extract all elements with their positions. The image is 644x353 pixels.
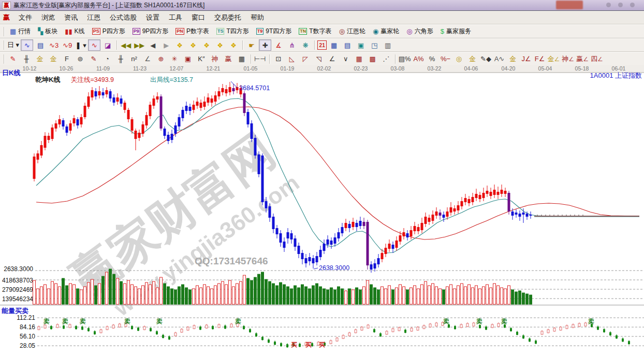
gold-line-icon[interactable]: 金 — [466, 53, 479, 65]
toolbar-item-t-table[interactable]: TNT数字表 — [295, 27, 335, 36]
toolbar-item-winner-service[interactable]: $赢家服务 — [437, 27, 475, 36]
diamond-right-icon[interactable]: ❖ — [187, 39, 199, 51]
diamond-x-icon[interactable]: ❖ — [214, 39, 226, 51]
k-note-icon[interactable]: K″ — [195, 53, 208, 65]
crosshair-tool-icon[interactable]: ✚ — [259, 39, 271, 51]
gold-grid2-icon[interactable]: 金 — [47, 53, 60, 65]
toolbar-item-gann-wheel[interactable]: ◎江恩轮 — [335, 27, 369, 36]
menu-item-help[interactable]: 帮助 — [246, 11, 269, 24]
percent-table-icon[interactable]: ▤% — [398, 53, 412, 65]
circle-plus-icon[interactable]: ⊕ — [155, 53, 167, 65]
wave-red-icon[interactable]: ∿ — [88, 39, 100, 51]
pen-diamond-icon[interactable]: ✎◆ — [480, 53, 492, 65]
fan-ll-icon[interactable]: ◺ — [286, 53, 298, 65]
note-icon[interactable]: ▤ — [34, 39, 47, 51]
menu-item-view[interactable]: 浏览 — [37, 11, 60, 24]
clock-circle-icon[interactable]: ◔ — [101, 53, 113, 65]
distribution-icon[interactable]: ◪ — [101, 39, 114, 51]
f-grid-icon[interactable]: F — [61, 53, 73, 65]
shen-grid-icon[interactable]: 神 — [209, 53, 221, 65]
si-angle-icon[interactable]: 四∠ — [590, 53, 604, 65]
box-tool-icon[interactable]: ⊡ — [272, 53, 285, 65]
num-grid-icon[interactable]: ▦ — [236, 53, 248, 65]
menu-item-formula-pick[interactable]: 公式选股 — [105, 11, 141, 24]
web-doc-icon[interactable]: ◳ — [368, 39, 380, 51]
gold-angle-icon[interactable]: 金∠ — [547, 53, 561, 65]
window-controls[interactable] — [606, 3, 635, 7]
n-square-icon[interactable]: n² — [128, 53, 140, 65]
wave-3-icon[interactable]: ∿3 — [48, 39, 60, 51]
step-prev-icon[interactable]: ◀ — [147, 39, 159, 51]
toolbar-item-quotes[interactable]: ▦行情 — [6, 27, 34, 36]
star-icon[interactable]: ✳ — [168, 53, 181, 65]
pen-red-icon[interactable]: ✎ — [87, 53, 100, 65]
percent-icon[interactable]: % — [426, 53, 438, 65]
angle-lines-icon[interactable]: ∠ — [326, 53, 339, 65]
gold-circle-icon[interactable]: ◎ — [453, 53, 465, 65]
single-candle-icon[interactable]: ❚ ▾ — [75, 39, 87, 51]
shen-angle-icon[interactable]: 神∠ — [561, 53, 575, 65]
jump-start-icon[interactable]: ◀◀ — [120, 39, 132, 51]
diamond-left-icon[interactable]: ❖ — [173, 39, 186, 51]
fan-box-icon[interactable]: ◸ — [299, 53, 312, 65]
toolbar-item-winner-wheel[interactable]: ◉赢家轮 — [369, 27, 403, 36]
fan-box2-icon[interactable]: ◹ — [313, 53, 325, 65]
toolbar-item-p-table[interactable]: PNP数字表 — [172, 27, 213, 36]
hand-tool-icon[interactable]: ☛ — [245, 39, 258, 51]
toolbar-item-hexagon[interactable]: ◎六角形 — [403, 27, 436, 36]
calculator-icon[interactable]: ▦ — [328, 39, 340, 51]
menu-item-tools[interactable]: 工具 — [164, 11, 187, 24]
wave-line-icon[interactable]: A∿ — [493, 53, 506, 65]
menu-item-gann[interactable]: 江恩 — [82, 11, 105, 24]
chart-area[interactable]: 10-1210-2611-0911-2312-0712-2101-0501-19… — [0, 65, 644, 353]
win-grid-icon[interactable]: 赢 — [222, 53, 235, 65]
menu-item-settings[interactable]: 设置 — [141, 11, 164, 24]
puzzle-tool-icon[interactable]: ❋ — [299, 39, 312, 51]
diamond-cross-icon[interactable]: ❖ — [227, 39, 240, 51]
grid-icon[interactable]: ╫ — [20, 53, 33, 65]
menu-item-file[interactable]: 文件 — [14, 11, 37, 24]
pen-icon[interactable]: ✎ — [7, 53, 19, 65]
toolbar-item-9p-square[interactable]: P99P四方形 — [129, 27, 172, 36]
toolbar-item-9t-square[interactable]: T99T四方形 — [253, 27, 296, 36]
f-angle-icon[interactable]: F∠ — [534, 53, 546, 65]
mirror-angle-icon[interactable]: ∠ — [141, 53, 154, 65]
gold-underline-icon[interactable]: 金 — [507, 53, 519, 65]
titlebar-ad[interactable] — [556, 1, 583, 9]
gold-grid-icon[interactable]: 金 — [34, 53, 46, 65]
period-day-icon[interactable]: 日 ▾ — [7, 39, 20, 51]
wave-9-icon[interactable]: ∿9 — [61, 39, 74, 51]
step-next-icon[interactable]: ▶ — [160, 39, 172, 51]
calendar-icon[interactable]: 21 — [317, 40, 327, 50]
percent-line-icon[interactable]: %− — [440, 53, 452, 65]
j-angle-icon[interactable]: J∠ — [520, 53, 533, 65]
spiral-icon[interactable]: ⊚ — [74, 53, 86, 65]
jump-end-icon[interactable]: ▶▶ — [133, 39, 145, 51]
menu-item-window[interactable]: 窗口 — [187, 11, 210, 24]
menu-item-trade[interactable]: 交易委托 — [210, 11, 246, 24]
span-tool-icon[interactable]: ⊢⊣ — [254, 53, 267, 65]
grid2-icon[interactable]: ╫ — [114, 53, 127, 65]
menu-item-news[interactable]: 资讯 — [60, 11, 82, 24]
square-spiral-icon[interactable]: ▣ — [182, 53, 194, 65]
percent-a-icon[interactable]: A% — [413, 53, 425, 65]
angle-tool-icon[interactable]: ∡ — [272, 39, 285, 51]
grid-box-icon[interactable]: ▦ — [353, 53, 365, 65]
toolbar-item-t-square[interactable]: TST四方形 — [213, 27, 253, 36]
minimize-icon[interactable] — [606, 3, 611, 7]
win-angle-icon[interactable]: 赢∠ — [576, 53, 589, 65]
save-icon[interactable]: ▣ — [355, 39, 367, 51]
grid-box2-icon[interactable]: ▩ — [367, 53, 379, 65]
toolbar-item-p-square[interactable]: PSP四方形 — [89, 27, 129, 36]
close-icon[interactable] — [630, 3, 635, 7]
printer-icon[interactable]: ▥ — [382, 39, 394, 51]
chart-canvas[interactable]: 10-1210-2611-0911-2312-0712-2101-0501-19… — [0, 65, 644, 353]
v-lines-icon[interactable]: ∨ — [340, 53, 352, 65]
wave-blue-icon[interactable]: ∿ — [21, 39, 33, 51]
comb-tool-icon[interactable]: ⋔ — [286, 39, 298, 51]
toolbar-item-sectors[interactable]: ▚板块 — [34, 27, 61, 36]
restore-icon[interactable] — [618, 3, 623, 7]
toolbar-item-kline[interactable]: ▮▮K线 — [61, 27, 88, 36]
diamond-h-icon[interactable]: ❖ — [200, 39, 213, 51]
slashes-icon[interactable]: ⋰ — [380, 53, 392, 65]
